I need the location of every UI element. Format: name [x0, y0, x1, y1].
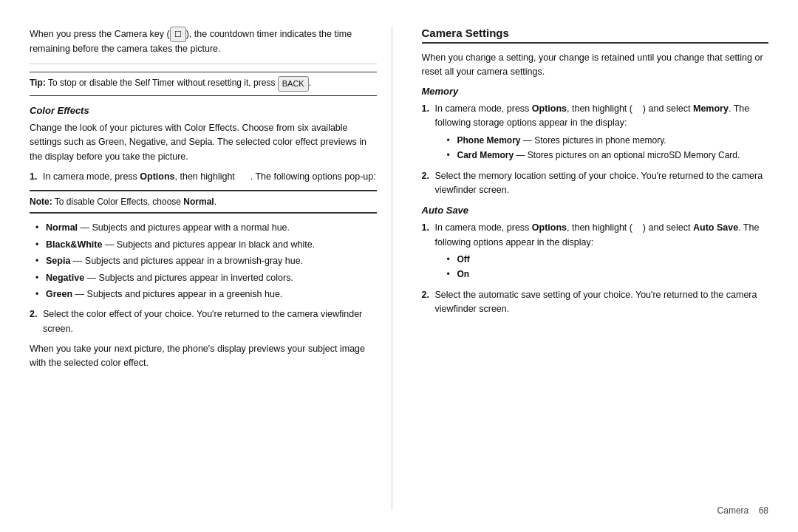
list-item: Off: [447, 253, 769, 266]
intro-paragraph: When you press the Camera key (☐), the c…: [30, 27, 377, 64]
step-1-content: In camera mode, press Options, then high…: [43, 170, 377, 184]
step-2-num: 2.: [30, 307, 43, 321]
left-column: When you press the Camera key (☐), the c…: [30, 27, 392, 510]
auto-save-heading: Auto Save: [422, 205, 769, 216]
camera-settings-title: Camera Settings: [422, 27, 769, 44]
memory-step-1-num: 1.: [422, 102, 435, 116]
memory-step-1: 1. In camera mode, press Options, then h…: [422, 102, 769, 165]
bullet-bold: Normal: [46, 222, 78, 233]
auto-save-step-2-num: 2.: [422, 288, 435, 302]
note-label: Note:: [30, 197, 52, 207]
auto-save-step-1: 1. In camera mode, press Options, then h…: [422, 221, 769, 284]
auto-save-step-1-content: In camera mode, press Options, then high…: [435, 221, 769, 284]
note-box: Note: To disable Color Effects, choose N…: [30, 190, 377, 214]
options-bold-3: Options: [532, 222, 567, 233]
auto-save-steps: 1. In camera mode, press Options, then h…: [422, 221, 769, 317]
color-effects-bullets: Normal — Subjects and pictures appear wi…: [35, 221, 377, 301]
bullet-bold: Phone Memory: [457, 135, 521, 146]
page: When you press the Camera key (☐), the c…: [0, 0, 798, 532]
bullet-bold: Off: [457, 254, 470, 265]
memory-step-2-num: 2.: [422, 169, 435, 183]
tip-end: .: [309, 78, 311, 89]
tip-label: Tip:: [30, 78, 46, 89]
tip-box: Tip: To stop or disable the Self Timer w…: [30, 72, 377, 96]
note-text: To disable Color Effects, choose: [55, 197, 184, 207]
auto-save-step-2: 2. Select the automatic save setting of …: [422, 288, 769, 317]
memory-bold: Memory: [693, 103, 729, 114]
camera-settings-intro: When you change a setting, your change i…: [422, 51, 769, 80]
list-item: Negative — Subjects and pictures appear …: [35, 271, 377, 285]
auto-save-step-1-num: 1.: [422, 221, 435, 235]
bullet-bold: Card Memory: [457, 150, 514, 160]
back-key-icon: BACK: [278, 76, 309, 92]
memory-bullets: Phone Memory — Stores pictures in phone …: [447, 134, 769, 162]
list-item: Black&White — Subjects and pictures appe…: [35, 238, 377, 252]
options-bold-2: Options: [532, 103, 567, 114]
memory-step-2: 2. Select the memory location setting of…: [422, 169, 769, 198]
right-column: Camera Settings When you change a settin…: [415, 27, 769, 510]
auto-save-step-2-content: Select the automatic save setting of you…: [435, 288, 769, 317]
auto-save-bullets: Off On: [447, 253, 769, 281]
color-effects-closing: When you take your next picture, the pho…: [30, 342, 377, 371]
bullet-bold: On: [457, 269, 470, 279]
color-effects-steps: 1. In camera mode, press Options, then h…: [30, 170, 377, 184]
bullet-bold: Black&White: [46, 239, 102, 250]
list-item: Phone Memory — Stores pictures in phone …: [447, 134, 769, 147]
options-bold-1: Options: [140, 171, 174, 182]
page-footer: Camera 68: [717, 505, 768, 516]
camera-key-icon: ☐: [170, 27, 186, 42]
list-item: Sepia — Subjects and pictures appear in …: [35, 254, 377, 268]
color-effects-heading: Color Effects: [30, 105, 377, 116]
list-item: Card Memory — Stores pictures on an opti…: [447, 149, 769, 162]
memory-step-1-content: In camera mode, press Options, then high…: [435, 102, 769, 165]
note-end: .: [214, 197, 216, 207]
bullet-bold: Negative: [46, 273, 84, 283]
step-2-content: Select the color effect of your choice. …: [43, 307, 377, 336]
note-bold: Normal: [183, 197, 214, 207]
memory-heading: Memory: [422, 86, 769, 97]
step-2: 2. Select the color effect of your choic…: [30, 307, 377, 336]
list-item: Normal — Subjects and pictures appear wi…: [35, 221, 377, 235]
step-1-num: 1.: [30, 170, 43, 184]
step-1: 1. In camera mode, press Options, then h…: [30, 170, 377, 184]
auto-save-bold: Auto Save: [693, 222, 738, 233]
bullet-bold: Sepia: [46, 256, 70, 266]
tip-text: To stop or disable the Self Timer withou…: [48, 78, 278, 89]
bullet-bold: Green: [46, 289, 72, 299]
memory-steps: 1. In camera mode, press Options, then h…: [422, 102, 769, 198]
list-item: On: [447, 267, 769, 281]
footer-section: Camera: [717, 505, 749, 516]
list-item: Green — Subjects and pictures appear in …: [35, 287, 377, 301]
color-effects-body: Change the look of your pictures with Co…: [30, 121, 377, 164]
footer-page-number: 68: [759, 505, 768, 516]
color-effects-step2: 2. Select the color effect of your choic…: [30, 307, 377, 336]
memory-step-2-content: Select the memory location setting of yo…: [435, 169, 769, 198]
